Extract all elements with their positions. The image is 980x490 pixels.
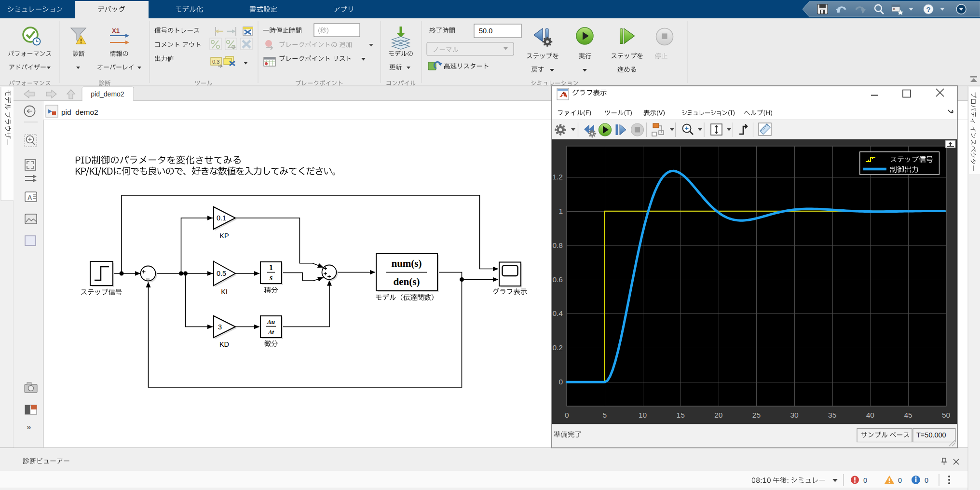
svg-text:pid_demo2: pid_demo2 — [91, 90, 124, 98]
svg-text:KI: KI — [221, 288, 228, 296]
svg-text:1: 1 — [269, 263, 273, 272]
svg-text:KD: KD — [219, 340, 229, 348]
svg-text:Δt: Δt — [268, 328, 274, 336]
svg-text:20: 20 — [714, 411, 723, 419]
svg-text:?: ? — [926, 5, 930, 14]
svg-text:30: 30 — [790, 411, 799, 419]
svg-text:0.6: 0.6 — [552, 275, 563, 284]
svg-text:25: 25 — [752, 411, 761, 419]
svg-text:0.4: 0.4 — [552, 309, 563, 317]
svg-text:pid_demo2: pid_demo2 — [61, 108, 98, 116]
svg-text:0.2: 0.2 — [552, 343, 563, 352]
svg-text:»: » — [893, 6, 896, 12]
svg-text:0: 0 — [863, 476, 867, 484]
svg-text:1: 1 — [558, 207, 563, 215]
svg-text:0.3: 0.3 — [212, 59, 219, 65]
svg-text:»: » — [27, 422, 31, 432]
svg-text:Δu: Δu — [267, 318, 275, 326]
svg-text:KP: KP — [219, 232, 229, 240]
svg-text:s: s — [269, 273, 272, 282]
svg-text:0: 0 — [925, 476, 928, 484]
svg-text:50: 50 — [942, 411, 951, 419]
svg-text:0.5: 0.5 — [217, 270, 226, 277]
svg-text:50.0: 50.0 — [479, 27, 492, 35]
svg-text:3: 3 — [218, 323, 222, 331]
svg-text:num(s): num(s) — [391, 258, 422, 269]
svg-text:0.1: 0.1 — [217, 214, 226, 222]
svg-text:den(s): den(s) — [394, 276, 420, 287]
svg-text:45: 45 — [904, 411, 912, 419]
svg-text:35: 35 — [828, 411, 836, 419]
svg-text:15: 15 — [677, 411, 685, 419]
svg-text:0: 0 — [558, 378, 563, 386]
svg-text:1.2: 1.2 — [552, 173, 563, 181]
svg-text:X1: X1 — [112, 27, 120, 34]
svg-text:40: 40 — [866, 411, 875, 419]
svg-text:0: 0 — [898, 476, 902, 484]
svg-text:0: 0 — [565, 411, 569, 419]
svg-text:10: 10 — [639, 411, 647, 419]
svg-text:T=50.000: T=50.000 — [916, 431, 946, 439]
svg-text:5: 5 — [603, 411, 607, 419]
svg-text:A: A — [27, 194, 32, 201]
svg-text:0.8: 0.8 — [552, 241, 563, 249]
